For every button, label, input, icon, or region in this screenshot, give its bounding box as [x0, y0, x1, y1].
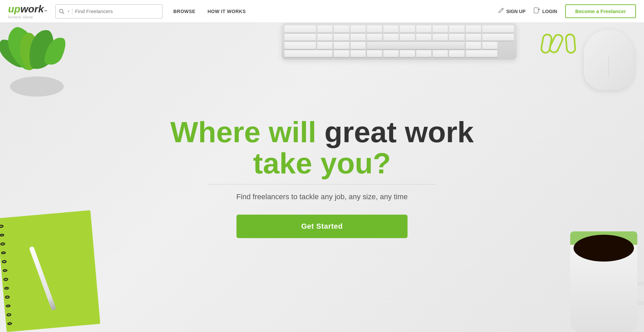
cup-handle [637, 282, 644, 305]
hero-headline-green2: take you? [253, 147, 391, 180]
header-actions: SIGN UP LOGIN Become a Freelancer [498, 4, 636, 18]
svg-rect-2 [534, 8, 538, 13]
nav-browse[interactable]: BROWSE [173, 9, 196, 14]
logo-up: up [8, 3, 20, 15]
notepad-spiral [0, 224, 13, 325]
hero-subtext: Find freelancers to tackle any job, any … [170, 192, 474, 201]
keyboard-decoration [282, 23, 517, 60]
search-bar[interactable]: ▾ [55, 4, 163, 18]
get-started-button[interactable]: Get Started [236, 215, 408, 238]
mouse-body [584, 30, 634, 90]
search-divider [72, 8, 72, 15]
edit-icon [498, 7, 504, 15]
sign-up-link[interactable]: SIGN UP [498, 7, 526, 15]
search-input[interactable] [75, 8, 149, 14]
search-dropdown-arrow[interactable]: ▾ [68, 9, 69, 13]
hero-content: Where will great work take you? Find fre… [170, 117, 474, 238]
hero-headline-dark: great work [324, 115, 474, 149]
hero-headline-green1: Where will [170, 115, 316, 149]
svg-line-1 [62, 12, 64, 13]
hero-headline: Where will great work take you? [170, 117, 474, 179]
plant-decoration [0, 23, 80, 97]
nav-how-it-works[interactable]: HOW IT WORKS [208, 9, 246, 14]
notepad-decoration [0, 205, 107, 332]
hero-section: Where will great work take you? Find fre… [0, 0, 644, 332]
hero-divider [208, 184, 436, 184]
logo-work: work [20, 3, 44, 15]
notepad-body [0, 210, 100, 332]
logo[interactable]: upwork™ formerly oDesk [8, 3, 47, 19]
login-label: LOGIN [542, 9, 557, 14]
keyboard-body [282, 23, 517, 60]
logo-tm: ™ [44, 9, 47, 13]
paper-clips-decoration [540, 34, 577, 55]
become-freelancer-button[interactable]: Become a Freelancer [565, 4, 636, 18]
sign-up-label: SIGN UP [506, 9, 526, 14]
cup-body [570, 231, 637, 332]
logo-subtitle: formerly oDesk [8, 15, 47, 19]
main-header: upwork™ formerly oDesk ▾ BROWSE HOW IT W… [0, 0, 644, 23]
login-icon [534, 7, 540, 15]
coffee-cup-decoration [557, 205, 644, 332]
search-icon [59, 9, 64, 14]
mouse-decoration [564, 23, 644, 90]
login-link[interactable]: LOGIN [534, 7, 557, 15]
plant-pot [10, 76, 64, 97]
main-nav: BROWSE HOW IT WORKS [173, 9, 498, 14]
mouse-line [609, 56, 609, 76]
cup-coffee-liquid [574, 235, 634, 262]
